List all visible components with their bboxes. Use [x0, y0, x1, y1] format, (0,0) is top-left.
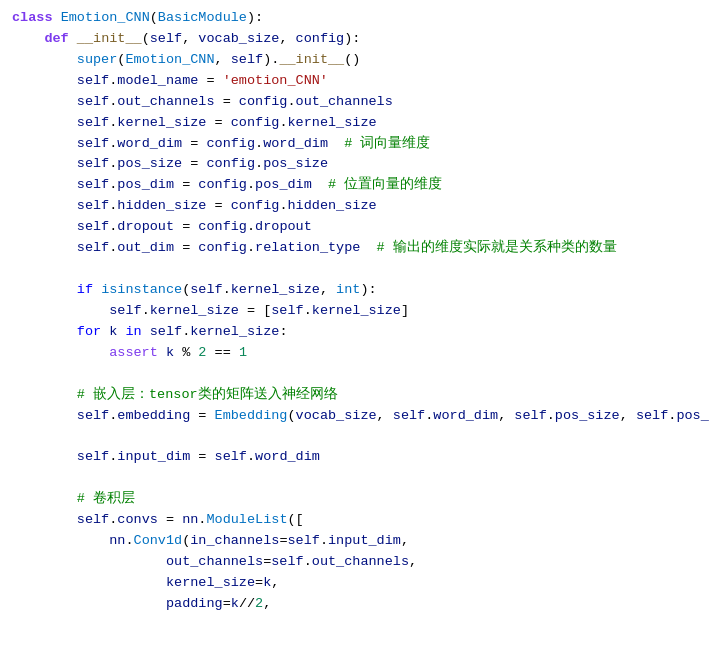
code-line-10: self.hidden_size = config.hidden_size — [0, 196, 709, 217]
code-line-1: class Emotion_CNN(BasicModule): — [0, 8, 709, 29]
code-line-24: # 卷积层 — [0, 489, 709, 510]
code-line-16: for k in self.kernel_size: — [0, 322, 709, 343]
code-line-2: def __init__(self, vocab_size, config): — [0, 29, 709, 50]
code-line-3: super(Emotion_CNN, self).__init__() — [0, 50, 709, 71]
code-line-14: if isinstance(self.kernel_size, int): — [0, 280, 709, 301]
code-line-8: self.pos_size = config.pos_size — [0, 154, 709, 175]
code-line-20: self.embedding = Embedding(vocab_size, s… — [0, 406, 709, 427]
code-line-17: assert k % 2 == 1 — [0, 343, 709, 364]
code-line-18 — [0, 364, 709, 385]
code-editor: class Emotion_CNN(BasicModule): def __in… — [0, 0, 709, 623]
code-line-19: # 嵌入层：tensor类的矩阵送入神经网络 — [0, 385, 709, 406]
code-line-7: self.word_dim = config.word_dim # 词向量维度 — [0, 134, 709, 155]
code-line-26: nn.Conv1d(in_channels=self.input_dim, — [0, 531, 709, 552]
code-line-6: self.kernel_size = config.kernel_size — [0, 113, 709, 134]
code-line-22: self.input_dim = self.word_dim — [0, 447, 709, 468]
code-line-5: self.out_channels = config.out_channels — [0, 92, 709, 113]
code-line-23 — [0, 468, 709, 489]
code-line-13 — [0, 259, 709, 280]
code-line-29: padding=k//2, — [0, 594, 709, 615]
code-line-21 — [0, 426, 709, 447]
code-line-27: out_channels=self.out_channels, — [0, 552, 709, 573]
code-line-28: kernel_size=k, — [0, 573, 709, 594]
code-line-4: self.model_name = 'emotion_CNN' — [0, 71, 709, 92]
code-line-12: self.out_dim = config.relation_type # 输出… — [0, 238, 709, 259]
code-line-11: self.dropout = config.dropout — [0, 217, 709, 238]
code-line-9: self.pos_dim = config.pos_dim # 位置向量的维度 — [0, 175, 709, 196]
code-line-15: self.kernel_size = [self.kernel_size] — [0, 301, 709, 322]
code-line-25: self.convs = nn.ModuleList([ — [0, 510, 709, 531]
